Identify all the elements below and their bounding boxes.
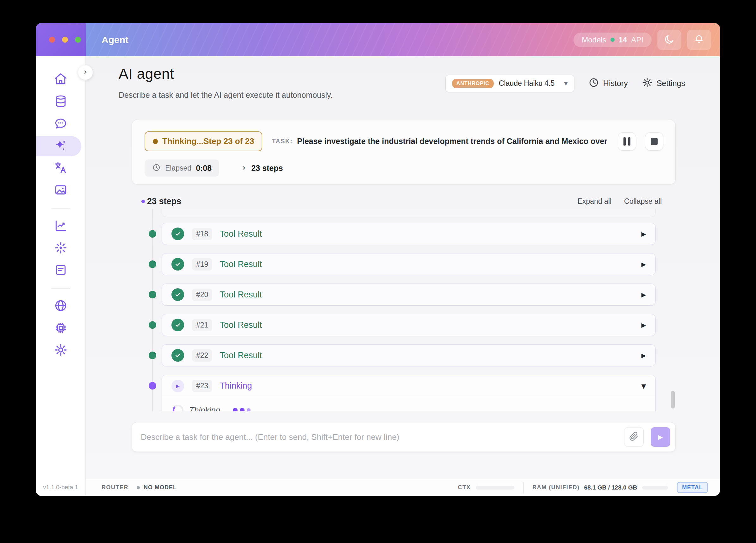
minimize-window-button[interactable] [62,37,68,43]
step-title: Tool Result [220,259,262,269]
history-button[interactable]: History [588,77,628,90]
attach-button[interactable] [624,427,644,447]
sidebar-item-home[interactable] [36,72,85,87]
task-label: TASK: [272,138,293,145]
models-label: Models [582,35,606,44]
step-row-partial[interactable] [162,209,656,217]
collapse-icon[interactable]: ▼ [641,383,646,390]
steps-summary: 23 steps [251,163,283,173]
sidebar-item-agent[interactable] [36,139,85,154]
settings-button[interactable]: Settings [642,77,685,90]
expand-icon[interactable]: ▶ [641,291,646,298]
ram-progress-bar [642,486,668,490]
expand-all-button[interactable]: Expand all [578,197,611,206]
translate-icon [54,161,68,176]
notifications-button[interactable] [687,30,711,50]
expand-icon[interactable]: ▶ [641,261,646,268]
statusbar: v1.1.0-beta.1 ROUTER NO MODEL CTX RAM (U… [36,479,720,496]
expand-icon[interactable]: ▶ [641,352,646,359]
stop-button[interactable] [645,132,663,151]
step-row-18[interactable]: #18 Tool Result ▶ [162,223,656,245]
model-status: NO MODEL [144,484,177,491]
sidebar-collapse-button[interactable]: › [78,65,93,80]
step-number: #23 [192,380,212,392]
pause-button[interactable] [618,132,636,151]
models-count: 14 [619,35,627,44]
pause-icon [623,137,630,145]
step-number: #19 [192,258,212,270]
steps-toggle[interactable]: › 23 steps [242,162,283,174]
model-status-dot [137,486,140,489]
sidebar-item-translate[interactable] [36,161,85,176]
sidebar-item-database[interactable] [36,94,85,109]
timeline-dot [149,291,156,299]
titlebar: Agent Models 14 API [36,23,720,56]
task-input[interactable] [141,432,624,442]
step-title: Tool Result [220,320,262,330]
ram-value: 68.1 GB / 128.0 GB [584,484,637,491]
step-title: Tool Result [220,229,262,239]
check-icon [171,319,184,331]
sidebar-divider [51,288,70,289]
maximize-window-button[interactable] [75,37,81,43]
steps-list: #18 Tool Result ▶ #19 Tool Result ▶ #20 … [86,209,720,411]
check-icon [171,227,184,240]
step-row-20[interactable]: #20 Tool Result ▶ [162,284,656,306]
run-status-card: Thinking...Step 23 of 23 TASK: Please in… [132,120,676,184]
page-subtitle: Describe a task and let the AI agent exe… [119,90,332,100]
step-row-23[interactable]: ▶ #23 Thinking ▼ Thinking... [162,375,656,411]
check-icon [171,258,184,270]
check-icon [171,288,184,301]
provider-badge: ANTHROPIC [452,79,494,88]
app-version: v1.1.0-beta.1 [36,479,86,496]
gear-icon [642,77,653,90]
expand-icon[interactable]: ▶ [641,322,646,329]
composer: ▶ [132,422,676,452]
step-title: Tool Result [220,290,262,300]
collapse-all-button[interactable]: Collapse all [624,197,662,206]
timeline-dot [149,352,156,359]
chat-icon [54,116,68,132]
expand-icon[interactable]: ▶ [641,230,646,237]
send-button[interactable]: ▶ [651,427,670,447]
titlebar-main: Agent Models 14 API [86,23,720,56]
burst-icon [54,241,68,256]
step-title: Tool Result [220,351,262,361]
models-suffix: API [631,35,643,44]
sidebar-item-notes[interactable] [36,263,85,278]
models-pill[interactable]: Models 14 API [573,33,652,47]
sidebar-item-image[interactable] [36,183,85,198]
step-number: #21 [192,319,212,331]
task-text: Please investigate the industrial develo… [297,137,609,146]
sidebar-item-chat[interactable] [36,116,85,132]
step-title: Thinking [220,381,252,391]
database-icon [54,94,68,109]
image-icon [54,183,68,198]
sidebar: › [36,56,86,479]
gear-icon [54,343,68,358]
sidebar-item-hardware[interactable] [36,321,85,336]
scrollbar-thumb[interactable] [671,391,675,409]
sidebar-item-settings[interactable] [36,343,85,358]
sidebar-item-analytics[interactable] [36,219,85,234]
backend-badge: METAL [677,482,708,493]
step-row-19[interactable]: #19 Tool Result ▶ [162,253,656,275]
step-number: #20 [192,289,212,301]
model-selector[interactable]: ANTHROPIC Claude Haiku 4.5 ▼ [445,75,574,92]
dark-mode-button[interactable] [657,30,681,50]
timeline-dot-active [149,382,156,390]
moon-icon [664,34,675,46]
app-window: Agent Models 14 API [36,23,720,496]
history-label: History [603,79,628,88]
close-window-button[interactable] [49,37,55,43]
sidebar-item-processes[interactable] [36,241,85,256]
main-content: AI agent Describe a task and let the AI … [86,56,720,479]
steps-count: 23 steps [147,196,181,206]
step-row-21[interactable]: #21 Tool Result ▶ [162,314,656,336]
notes-icon [54,263,68,278]
sidebar-item-network[interactable] [36,299,85,314]
step-row-22[interactable]: #22 Tool Result ▶ [162,344,656,367]
step-number: #18 [192,228,212,240]
settings-label: Settings [657,79,685,88]
bell-icon [694,34,704,46]
